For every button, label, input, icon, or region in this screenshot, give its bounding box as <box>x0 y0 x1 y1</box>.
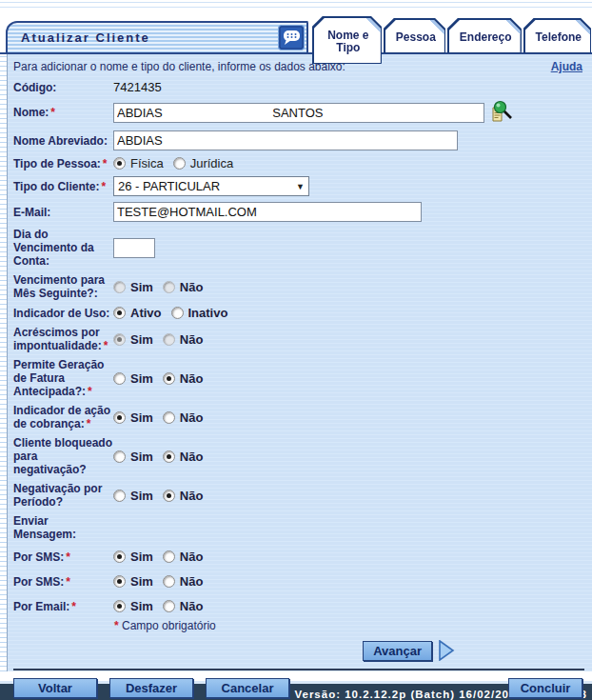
required-asterisk: * <box>88 385 92 398</box>
field-row-enviar-mensagem: Enviar Mensagem: <box>13 514 586 541</box>
field-row-fatura-antecipada: Permite Geração de Fatura Antecipada?:* … <box>13 358 586 398</box>
vencimento-mes-label: Vencimento para Mês Seguinte?: <box>13 273 105 300</box>
bottom-button-bar: Voltar Desfazer Cancelar Concluir <box>13 678 586 698</box>
radio-sim[interactable] <box>113 411 126 424</box>
tab-endereco[interactable]: Endereço <box>449 20 521 52</box>
required-asterisk: * <box>66 575 70 589</box>
required-asterisk: * <box>71 600 76 613</box>
tipo-cliente-selected-value: 26 - PARTICULAR <box>118 179 220 193</box>
tab-nome-e-tipo[interactable]: Nome e Tipo <box>314 18 381 63</box>
nome-abreviado-input[interactable] <box>113 130 458 150</box>
enviar-mensagem-label: Enviar Mensagem: <box>13 514 76 541</box>
tipo-cliente-select[interactable]: 26 - PARTICULAR ▼ <box>113 176 309 196</box>
por-sms-label: Por SMS: <box>13 550 64 564</box>
required-asterisk: * <box>87 417 91 430</box>
radio-sim[interactable] <box>113 450 126 463</box>
codigo-value: 7421435 <box>113 80 162 94</box>
field-row-por-email: Por Email:* Sim Não <box>13 599 586 613</box>
required-asterisk: * <box>104 339 109 352</box>
required-asterisk: * <box>101 180 106 193</box>
chat-bubble-icon <box>278 25 305 50</box>
field-row-email: E-Mail: <box>13 202 586 222</box>
radio-nao[interactable] <box>163 372 175 385</box>
radio-nao[interactable] <box>163 333 175 346</box>
avancar-button[interactable]: Avançar <box>363 641 432 661</box>
title-bar: Atualizar Cliente <box>6 21 308 52</box>
acao-cobranca-label: Indicador de ação de cobrança: <box>13 404 110 430</box>
required-asterisk: * <box>103 157 108 170</box>
radio-sim[interactable] <box>113 333 126 346</box>
field-row-nome-abreviado: Nome Abreviado: <box>13 130 586 150</box>
nome-abreviado-label: Nome Abreviado: <box>13 134 108 148</box>
field-row-vencimento-mes-seguinte: Vencimento para Mês Seguinte?: Sim Não <box>13 273 586 300</box>
required-footnote: * Campo obrigatório <box>114 619 586 632</box>
nome-input[interactable] <box>113 103 484 123</box>
radio-sim[interactable] <box>113 372 126 385</box>
voltar-button[interactable]: Voltar <box>13 678 97 698</box>
radio-fisica[interactable] <box>113 157 126 170</box>
field-row-codigo: Código: 7421435 <box>13 80 586 94</box>
field-row-acrescimos: Acréscimos por impontualidade:* Sim Não <box>13 326 586 352</box>
por-email-label: Por Email: <box>13 600 69 613</box>
button-bar-divider <box>13 669 584 670</box>
help-link[interactable]: Ajuda <box>551 60 582 73</box>
nome-label: Nome: <box>13 106 49 119</box>
dia-vencimento-input[interactable] <box>113 238 155 258</box>
radio-sim[interactable] <box>113 281 126 293</box>
email-input[interactable] <box>113 202 422 222</box>
field-row-tipo-cliente: Tipo do Cliente:* 26 - PARTICULAR ▼ <box>13 176 586 196</box>
radio-nao[interactable] <box>163 490 175 502</box>
required-asterisk: * <box>50 106 55 119</box>
required-asterisk: * <box>114 619 119 632</box>
atualizar-cliente-page: Atualizar Cliente Nome e Tipo Pessoa End… <box>0 0 592 700</box>
radio-juridica[interactable] <box>173 157 186 170</box>
radio-inativo[interactable] <box>171 307 184 319</box>
advance-arrow-icon[interactable] <box>438 640 455 661</box>
search-lookup-icon[interactable] <box>488 100 513 125</box>
negativacao-periodo-label: Negativação por Período? <box>13 482 102 509</box>
indicador-uso-label: Indicador de Uso: <box>13 307 109 320</box>
field-row-indicador-uso: Indicador de Uso: Ativo Inativo <box>13 306 586 320</box>
field-row-acao-cobranca: Indicador de ação de cobrança:* Sim Não <box>13 404 586 430</box>
concluir-button[interactable]: Concluir <box>508 678 582 698</box>
radio-nao[interactable] <box>163 600 175 612</box>
radio-nao[interactable] <box>163 575 175 588</box>
header: Atualizar Cliente Nome e Tipo Pessoa End… <box>0 9 592 54</box>
radio-ativo[interactable] <box>113 307 126 319</box>
dropdown-arrow-icon: ▼ <box>296 182 305 191</box>
field-row-bloqueado-negativacao: Cliente bloqueado para negativação? Sim … <box>13 436 586 476</box>
tab-pessoa[interactable]: Pessoa <box>385 20 444 52</box>
cancelar-button[interactable]: Cancelar <box>206 678 289 698</box>
radio-nao[interactable] <box>163 550 175 563</box>
field-row-por-sms-2: Por SMS:* Sim Não <box>13 574 586 589</box>
radio-sim[interactable] <box>113 600 126 612</box>
acrescimos-label: Acréscimos por impontualidade: <box>13 326 102 352</box>
radio-sim[interactable] <box>113 490 126 502</box>
field-row-nome: Nome:* <box>13 100 586 125</box>
required-asterisk: * <box>66 550 70 564</box>
top-decorative-strip <box>0 0 592 9</box>
form-content: Para adicionar o nome e tipo do cliente,… <box>0 54 592 671</box>
field-row-tipo-pessoa: Tipo de Pessoa:* Física Jurídica <box>13 156 586 170</box>
bloqueado-negativacao-label: Cliente bloqueado para negativação? <box>13 436 112 476</box>
radio-nao[interactable] <box>163 411 175 424</box>
dia-vencimento-label: Dia do Vencimento da Conta: <box>13 228 94 268</box>
desfazer-button[interactable]: Desfazer <box>109 678 193 698</box>
email-label: E-Mail: <box>13 206 50 219</box>
field-row-por-sms-1: Por SMS:* Sim Não <box>13 550 586 564</box>
field-row-negativacao-periodo: Negativação por Período? Sim Não <box>13 482 586 509</box>
advance-row: Avançar <box>13 640 455 661</box>
codigo-label: Código: <box>13 81 56 94</box>
radio-nao[interactable] <box>163 450 175 463</box>
radio-sim[interactable] <box>113 550 126 563</box>
intro-row: Para adicionar o nome e tipo do cliente,… <box>13 60 586 73</box>
radio-sim[interactable] <box>113 575 126 588</box>
por-sms-label: Por SMS: <box>13 575 64 589</box>
field-row-dia-vencimento: Dia do Vencimento da Conta: <box>13 228 586 268</box>
tab-strip: Nome e Tipo Pessoa Endereço Telefone <box>314 18 590 52</box>
radio-nao[interactable] <box>163 281 175 293</box>
intro-text: Para adicionar o nome e tipo do cliente,… <box>13 60 345 73</box>
tipo-cliente-label: Tipo do Cliente: <box>13 180 99 193</box>
tab-telefone[interactable]: Telefone <box>525 20 590 52</box>
tipo-pessoa-label: Tipo de Pessoa: <box>13 157 101 170</box>
